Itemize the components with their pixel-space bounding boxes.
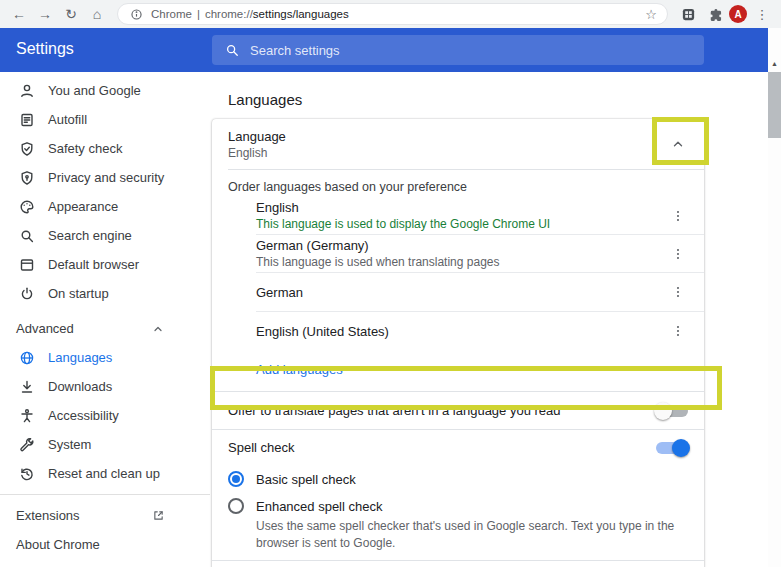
more-actions-icon[interactable] (666, 319, 690, 343)
sidebar-item-label: Privacy and security (48, 170, 164, 185)
scrollbar-thumb[interactable] (768, 72, 781, 138)
scrollbar-up-icon[interactable]: ▲ (768, 56, 781, 70)
sidebar-item-default-browser[interactable]: Default browser (0, 250, 210, 279)
sidebar-item-on-startup[interactable]: On startup (0, 279, 210, 308)
sidebar-item-downloads[interactable]: Downloads (0, 372, 210, 401)
magnifier-icon (19, 228, 35, 244)
sidebar-item-privacy[interactable]: Privacy and security (0, 163, 210, 192)
use-spell-check-for-label: Use spell check for (212, 561, 704, 567)
sidebar-item-system[interactable]: System (0, 430, 210, 459)
offer-translate-toggle[interactable] (656, 405, 688, 417)
pinned-extension-icon[interactable] (677, 3, 699, 25)
settings-search-box[interactable] (212, 35, 704, 65)
sidebar-item-reset[interactable]: Reset and clean up (0, 459, 210, 488)
sidebar-item-label: Default browser (48, 257, 139, 272)
palette-icon (19, 199, 35, 215)
browser-window-icon (19, 257, 35, 273)
order-languages-hint: Order languages based on your preference (212, 170, 704, 197)
collapse-language-button[interactable] (660, 126, 696, 162)
language-note: This language is used when translating p… (256, 255, 666, 269)
language-item-german: German (256, 272, 704, 311)
back-icon[interactable]: ← (8, 3, 30, 25)
autofill-icon (19, 112, 35, 128)
sidebar-item-label: Safety check (48, 141, 122, 156)
language-item-english-us: English (United States) (256, 311, 704, 350)
sidebar-advanced-toggle[interactable]: Advanced (0, 314, 210, 343)
sidebar-item-label: Extensions (16, 508, 80, 523)
enhanced-spell-check-option[interactable]: Enhanced spell check Uses the same spell… (212, 492, 704, 560)
globe-icon (19, 350, 35, 366)
sidebar-item-label: Languages (48, 350, 112, 365)
offer-translate-label: Offer to translate pages that aren't in … (228, 403, 656, 418)
spell-check-label: Spell check (228, 440, 656, 455)
language-row-value: English (228, 147, 660, 160)
languages-card: Language English Order languages based o… (212, 119, 704, 567)
section-title: Languages (212, 72, 706, 119)
download-icon (19, 379, 35, 395)
language-name: English (256, 200, 666, 215)
sidebar-item-accessibility[interactable]: Accessibility (0, 401, 210, 430)
more-actions-icon[interactable] (666, 204, 690, 228)
spell-check-toggle[interactable] (656, 442, 688, 454)
more-actions-icon[interactable] (666, 242, 690, 266)
reload-icon[interactable]: ↻ (60, 3, 82, 25)
sidebar-divider (0, 494, 210, 495)
page-scrollbar[interactable]: ▲ (768, 28, 781, 567)
sidebar-item-label: Reset and clean up (48, 466, 160, 481)
spell-check-row: Spell check (212, 430, 704, 465)
sidebar-item-search-engine[interactable]: Search engine (0, 221, 210, 250)
browser-menu-icon[interactable]: ⋮ (751, 3, 773, 25)
person-icon (19, 83, 35, 99)
profile-avatar[interactable]: A (729, 5, 747, 23)
enhanced-spell-check-radio[interactable] (228, 498, 244, 514)
settings-main: Languages Language English Order languag… (212, 72, 706, 567)
sidebar-item-autofill[interactable]: Autofill (0, 105, 210, 134)
language-expand-row[interactable]: Language English (212, 119, 704, 169)
language-name: German (Germany) (256, 238, 666, 253)
offer-translate-row: Offer to translate pages that aren't in … (212, 392, 704, 429)
language-name: German (256, 285, 666, 300)
sidebar-item-about-chrome[interactable]: About Chrome (0, 530, 210, 559)
sidebar-item-label: System (48, 437, 91, 452)
sidebar-item-label: Search engine (48, 228, 132, 243)
sidebar-item-label: You and Google (48, 83, 141, 98)
language-name: English (United States) (256, 324, 666, 339)
sidebar-item-safety-check[interactable]: Safety check (0, 134, 210, 163)
url-text: Chrome | chrome://settings/languages (151, 8, 349, 20)
search-icon (224, 42, 240, 58)
external-link-icon (150, 508, 166, 524)
sidebar-item-label: Downloads (48, 379, 112, 394)
settings-search-input[interactable] (250, 43, 692, 58)
forward-icon[interactable]: → (34, 3, 56, 25)
wrench-icon (19, 437, 35, 453)
address-bar[interactable]: Chrome | chrome://settings/languages ☆ (117, 3, 668, 25)
sidebar-item-label: Appearance (48, 199, 118, 214)
language-list: English This language is used to display… (212, 197, 704, 350)
advanced-label: Advanced (16, 321, 74, 336)
language-item-german-germany: German (Germany) This language is used w… (256, 234, 704, 272)
home-icon[interactable]: ⌂ (86, 3, 108, 25)
basic-spell-check-option[interactable]: Basic spell check (212, 465, 704, 492)
language-note: This language is used to display the Goo… (256, 217, 666, 231)
add-languages-button[interactable]: Add languages (212, 350, 704, 391)
settings-sidebar: You and Google Autofill Safety check Pri… (0, 72, 210, 559)
basic-spell-check-label: Basic spell check (256, 472, 356, 487)
basic-spell-check-radio[interactable] (228, 471, 244, 487)
sidebar-item-label: About Chrome (16, 537, 100, 552)
sidebar-item-label: Accessibility (48, 408, 119, 423)
page-info-icon[interactable] (128, 6, 144, 22)
bookmark-star-icon[interactable]: ☆ (645, 7, 657, 22)
shield-check-icon (19, 141, 35, 157)
sidebar-item-extensions[interactable]: Extensions (0, 501, 210, 530)
browser-toolbar: ← → ↻ ⌂ Chrome | chrome://settings/langu… (0, 0, 781, 28)
extensions-puzzle-icon[interactable] (703, 3, 725, 25)
settings-header: Settings (0, 28, 768, 72)
chevron-up-icon (150, 321, 166, 337)
sidebar-item-you-and-google[interactable]: You and Google (0, 76, 210, 105)
language-item-english: English This language is used to display… (256, 197, 704, 234)
more-actions-icon[interactable] (666, 280, 690, 304)
language-row-title: Language (228, 129, 660, 145)
sidebar-item-label: Autofill (48, 112, 87, 127)
sidebar-item-languages[interactable]: Languages (0, 343, 210, 372)
sidebar-item-appearance[interactable]: Appearance (0, 192, 210, 221)
